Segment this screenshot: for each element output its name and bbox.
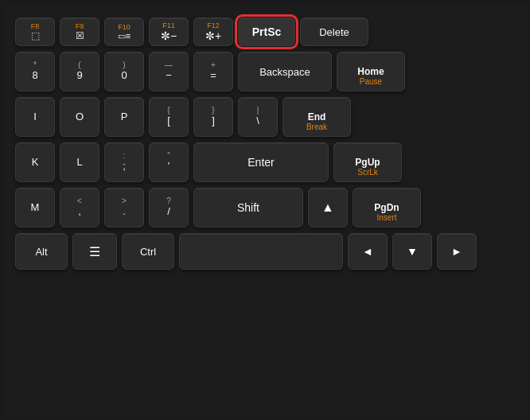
- key-right[interactable]: ►: [437, 233, 477, 270]
- key-slash[interactable]: ? /: [149, 188, 189, 228]
- key-prtsc[interactable]: PrtSc: [238, 18, 295, 46]
- m-row: M < , > . ? / Shift ▲ PgDn Insert: [15, 188, 515, 228]
- key-comma[interactable]: < ,: [60, 188, 99, 228]
- key-p[interactable]: P: [104, 97, 144, 137]
- key-semicolon[interactable]: : ;: [104, 142, 144, 182]
- key-0[interactable]: ) 0: [104, 52, 144, 91]
- key-lbracket[interactable]: { [: [149, 97, 189, 137]
- key-9[interactable]: ( 9: [60, 52, 99, 91]
- num-row: * 8 ( 9 ) 0 — − + = Backspace Home Pause: [15, 52, 515, 91]
- key-period[interactable]: > .: [104, 188, 144, 228]
- key-pipe[interactable]: | \: [238, 97, 278, 137]
- key-delete[interactable]: Delete: [300, 18, 368, 46]
- space-row: Alt ☰ Ctrl ◄ ▼ ►: [15, 233, 515, 270]
- key-equals[interactable]: + =: [193, 52, 233, 91]
- key-home[interactable]: Home Pause: [337, 52, 405, 91]
- key-f8[interactable]: F8 ⬚: [15, 18, 55, 46]
- key-quote[interactable]: " ': [149, 142, 189, 182]
- key-shift[interactable]: Shift: [193, 188, 303, 228]
- key-menu[interactable]: ☰: [72, 233, 117, 270]
- key-f10[interactable]: F10 ▭≡: [104, 18, 144, 46]
- key-f9[interactable]: F9 ☒: [60, 18, 99, 46]
- keyboard: F8 ⬚ F9 ☒ F10 ▭≡ F11 ✼− F12 ✼+ PrtSc Del…: [2, 3, 528, 417]
- key-down[interactable]: ▼: [392, 233, 432, 270]
- key-rbracket[interactable]: } ]: [193, 97, 233, 137]
- key-o[interactable]: O: [60, 97, 99, 137]
- key-i[interactable]: I: [15, 97, 55, 137]
- key-8[interactable]: * 8: [15, 52, 55, 91]
- key-up[interactable]: ▲: [308, 188, 348, 228]
- key-f11[interactable]: F11 ✼−: [149, 18, 189, 46]
- key-end[interactable]: End Break: [283, 97, 351, 137]
- key-l[interactable]: L: [60, 142, 99, 182]
- key-enter[interactable]: Enter: [193, 142, 329, 182]
- key-alt[interactable]: Alt: [15, 233, 68, 270]
- key-m[interactable]: M: [15, 188, 55, 228]
- iop-row: I O P { [ } ] | \ End Break: [15, 97, 515, 137]
- fn-row: F8 ⬚ F9 ☒ F10 ▭≡ F11 ✼− F12 ✼+ PrtSc Del…: [15, 18, 515, 46]
- key-pgup[interactable]: PgUp ScrLk: [333, 142, 402, 182]
- key-minus[interactable]: — −: [149, 52, 189, 91]
- key-pgdn[interactable]: PgDn Insert: [353, 188, 421, 228]
- kl-row: K L : ; " ' Enter PgUp ScrLk: [15, 142, 515, 182]
- key-left[interactable]: ◄: [348, 233, 388, 270]
- key-k[interactable]: K: [15, 142, 55, 182]
- key-backspace[interactable]: Backspace: [238, 52, 332, 91]
- key-f12[interactable]: F12 ✼+: [193, 18, 233, 46]
- key-ctrl[interactable]: Ctrl: [122, 233, 174, 270]
- key-spacebar[interactable]: [179, 233, 343, 270]
